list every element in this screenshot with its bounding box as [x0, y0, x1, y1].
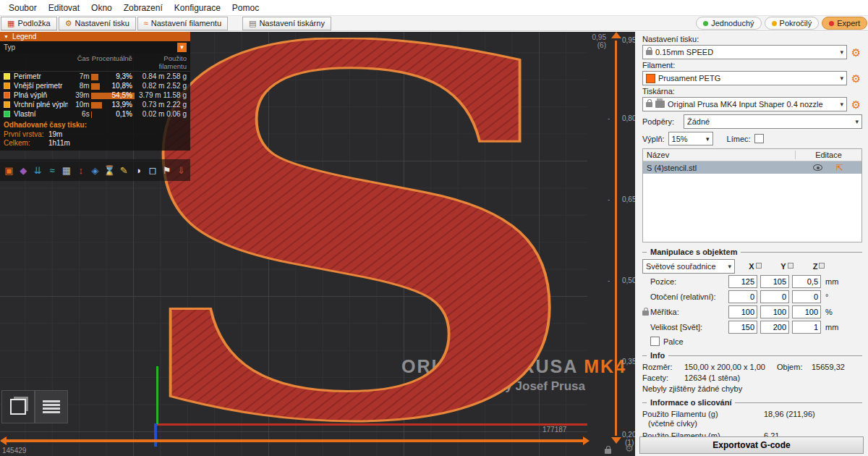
- fuzzy-skin-icon[interactable]: ◆: [17, 162, 30, 178]
- mode-advanced[interactable]: Pokročilý: [765, 17, 820, 30]
- print-settings-label: Nastavení tisku:: [642, 35, 862, 43]
- layer-slider[interactable]: [615, 41, 617, 436]
- scale-z-input[interactable]: [792, 305, 821, 318]
- rotation-x-input[interactable]: [728, 290, 757, 303]
- position-y-input[interactable]: [760, 275, 789, 288]
- menu-okno[interactable]: Okno: [85, 1, 118, 14]
- brim-checkbox[interactable]: [754, 134, 764, 143]
- printer-icon: [655, 101, 665, 108]
- eye-icon[interactable]: [813, 164, 822, 171]
- export-head-icon[interactable]: ⇓: [174, 162, 188, 178]
- up-down-icon[interactable]: ↕: [74, 162, 88, 178]
- position-z-input[interactable]: [792, 275, 821, 288]
- tab-label: Podložka: [17, 19, 50, 28]
- legend-filter-button[interactable]: ▼: [177, 43, 187, 52]
- printer-label: Tiskárna:: [642, 87, 862, 96]
- tab-printer-settings[interactable]: ▤ Nastavení tiskárny: [242, 17, 331, 30]
- manipulation-section-title: Manipulace s objektem: [642, 248, 862, 256]
- export-gcode-button[interactable]: Exportovat G-code: [639, 436, 864, 454]
- pattern-icon[interactable]: ▦: [59, 162, 73, 178]
- mode-advanced-dot: [772, 21, 777, 26]
- half-sphere-icon[interactable]: ◑: [132, 162, 145, 178]
- scale-x-input[interactable]: [728, 305, 757, 318]
- chevron-down-icon: ▾: [855, 118, 859, 125]
- axis-x-icon: [756, 263, 762, 269]
- printer-combo[interactable]: Original Prusa MK4 Input Shaper 0.4 nozz…: [642, 97, 847, 111]
- tab-label: Nastavení tisku: [75, 19, 129, 28]
- menu-editovat[interactable]: Editovat: [43, 1, 85, 14]
- supports-combo[interactable]: Žádné ▾: [684, 114, 862, 129]
- legend-row-solid-infill: Plná výplň 39m 54,5% 3.79 m 11.58 g: [0, 90, 190, 100]
- pencil-icon[interactable]: ✎: [117, 162, 131, 178]
- hslider-left-label: 145429: [2, 447, 26, 455]
- print-settings-combo[interactable]: 0.15mm SPEED ▾: [642, 45, 847, 59]
- inches-label: Palce: [663, 337, 684, 346]
- axis-x-header: X: [739, 262, 771, 271]
- printer-gear-button[interactable]: ⚙: [850, 98, 862, 111]
- tab-bar: ▦ Podložka ⚙ Nastavení tisku ≈ Nastavení…: [0, 16, 868, 31]
- tab-filament-settings[interactable]: ≈ Nastavení filamentu: [137, 17, 228, 30]
- legend-header[interactable]: ▼ Legend: [0, 32, 190, 41]
- cube-icon[interactable]: ◻: [145, 162, 159, 178]
- filament-gear-button[interactable]: ⚙: [850, 72, 862, 85]
- wave-icon[interactable]: ≈: [46, 162, 59, 178]
- view-layers-button[interactable]: [35, 390, 68, 423]
- tab-print-settings[interactable]: ⚙ Nastavení tisku: [59, 17, 136, 30]
- pull-down-icon[interactable]: ⇊: [31, 162, 45, 178]
- inches-checkbox[interactable]: [650, 337, 660, 346]
- viewport-3d[interactable]: ORIGINAL PRUSA MK4 by Josef Prusa S ▼ Le…: [0, 32, 635, 456]
- menu-zobrazeni[interactable]: Zobrazení: [118, 1, 169, 14]
- view-3d-button[interactable]: [1, 390, 35, 423]
- hourglass-icon[interactable]: ⌛: [103, 162, 116, 178]
- slider-top-handle[interactable]: [611, 32, 621, 38]
- seam-icon[interactable]: ⚑: [160, 162, 174, 178]
- size-row: Velikost [Svět]: mm: [642, 321, 862, 334]
- slider-gear-icon[interactable]: ⚙: [625, 443, 634, 454]
- object-list: Název Editace S (4)stencil.stl ⇱: [642, 148, 862, 242]
- infill-label: Výplň:: [642, 135, 665, 143]
- position-x-input[interactable]: [728, 275, 757, 288]
- size-x-input[interactable]: [728, 321, 757, 334]
- preview-toolbar: ▣ ◆ ⇊ ≈ ▦ ↕ ◈ ⌛ ✎ ◑ ◻ ⚑ ⇓: [0, 159, 190, 181]
- slider-lock-icon[interactable]: [605, 446, 611, 455]
- menu-konfigurace[interactable]: Konfigurace: [169, 1, 226, 14]
- x-axis-line: [155, 423, 587, 426]
- paint-icon[interactable]: ◈: [88, 162, 102, 178]
- filament-combo[interactable]: Prusament PETG ▾: [642, 71, 847, 85]
- size-label: Rozměr:: [642, 363, 684, 371]
- chevron-down-icon: ▾: [840, 101, 843, 108]
- tab-label: Nastavení filamentu: [151, 19, 221, 28]
- z-axis-line: [154, 423, 157, 447]
- open-object-icon[interactable]: ⇱: [835, 164, 843, 172]
- platter-icon[interactable]: ▣: [2, 162, 16, 178]
- rotation-z-input[interactable]: [792, 290, 821, 303]
- scale-lock-icon[interactable]: [642, 311, 649, 316]
- estimated-times-title: Odhadované časy tisku:: [4, 121, 187, 129]
- slicing-section-title: Informace o slicování: [642, 398, 862, 407]
- scale-y-input[interactable]: [760, 305, 789, 318]
- mode-simple[interactable]: Jednoduchý: [696, 17, 761, 30]
- menu-pomoc[interactable]: Pomoc: [226, 1, 265, 14]
- coordinates-combo[interactable]: Světové souřadnice ▾: [642, 259, 735, 274]
- mode-simple-dot: [703, 21, 708, 26]
- current-layer-label: 0,95 (6): [589, 33, 606, 49]
- size-y-input[interactable]: [760, 321, 789, 334]
- tab-plater[interactable]: ▦ Podložka: [1, 17, 57, 30]
- rotation-row: Otočení (relativní): °: [642, 290, 862, 303]
- filament-used-g-value: 18,96 (211,96): [764, 410, 815, 418]
- chevron-down-icon: ▾: [840, 75, 843, 82]
- filament-used-g-label: Použito Filamentu (g): [642, 410, 764, 418]
- infill-combo[interactable]: 15% ▾: [668, 132, 713, 145]
- rotation-y-input[interactable]: [760, 290, 789, 303]
- filament-color-swatch: [646, 74, 655, 83]
- mode-expert[interactable]: Expert: [822, 17, 867, 30]
- legend-panel: ▼ Legend Typ ▼ Čas Procentuálně Použito …: [0, 32, 190, 151]
- menu-soubor[interactable]: Soubor: [3, 1, 43, 14]
- object-row[interactable]: S (4)stencil.stl ⇱: [643, 161, 861, 174]
- y-axis-line: [156, 366, 158, 424]
- print-settings-gear-button[interactable]: ⚙: [850, 46, 862, 59]
- slider-bottom-handle[interactable]: [611, 437, 621, 444]
- horizontal-move-slider[interactable]: [1, 439, 583, 442]
- legend-row-top-solid-infill: Vrchní plné výplně 10m 13,9% 0.73 m 2.22…: [0, 100, 190, 109]
- size-z-input[interactable]: [792, 321, 821, 334]
